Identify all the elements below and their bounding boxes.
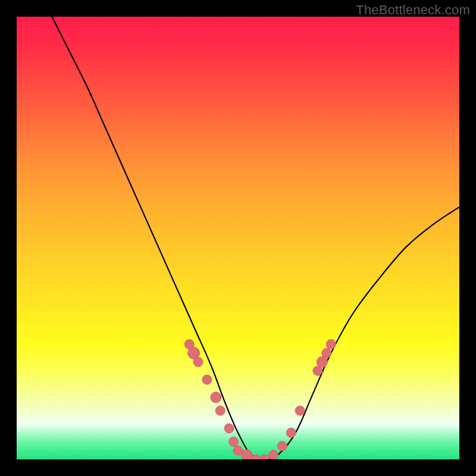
data-point [211, 392, 221, 403]
curve-svg [17, 17, 459, 459]
data-point [277, 441, 287, 451]
chart-frame: TheBottleneck.com [0, 0, 476, 476]
plot-area [17, 17, 459, 459]
data-point [286, 428, 296, 437]
data-point [295, 406, 305, 415]
data-point [215, 406, 225, 415]
data-point [224, 424, 234, 433]
bottleneck-curve [52, 17, 459, 459]
watermark-text: TheBottleneck.com [356, 2, 470, 18]
data-point [242, 450, 252, 459]
data-point [317, 356, 327, 367]
data-point [229, 437, 239, 446]
data-point [322, 348, 331, 358]
data-point [326, 340, 336, 349]
data-point [202, 375, 212, 384]
data-point [269, 450, 278, 459]
data-point [260, 455, 270, 459]
data-point [193, 357, 203, 367]
